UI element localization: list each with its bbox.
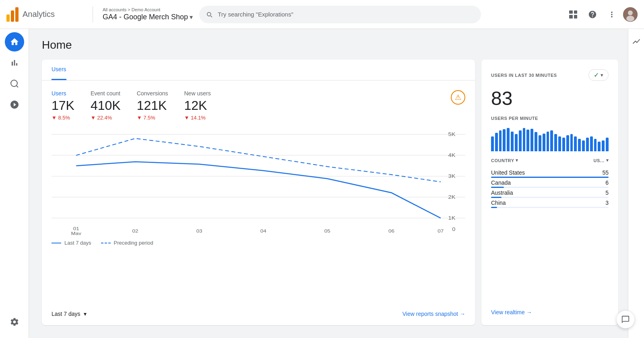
mini-bar (539, 135, 541, 151)
metric-new-users-value: 12K (184, 98, 211, 113)
svg-text:0: 0 (452, 227, 455, 232)
mini-bar (578, 139, 581, 151)
mini-bar (582, 140, 585, 151)
sidebar-item-explore[interactable] (5, 74, 24, 93)
country-row: Canada 6 (491, 179, 609, 188)
metric-conversions-value: 121K (137, 98, 168, 113)
country-bar-bg (491, 197, 609, 198)
realtime-count: 83 (491, 87, 609, 109)
svg-text:4K: 4K (448, 153, 456, 158)
header-divider (93, 6, 93, 23)
mini-bar (558, 136, 561, 151)
search-icon (206, 11, 213, 18)
help-button[interactable] (584, 6, 601, 23)
country-bar-fill (491, 177, 609, 178)
app-name: Analytics (23, 10, 55, 19)
card-body: Users 17K ▼ 8.5% Event count 410K ▼ 22.4… (42, 80, 475, 311)
tab-users[interactable]: Users (52, 60, 66, 80)
left-sidebar (0, 29, 29, 338)
more-options-button[interactable] (604, 6, 620, 23)
country-name: Australia (491, 190, 513, 196)
mini-bar (511, 132, 514, 151)
feedback-icon (621, 315, 630, 324)
home-icon (10, 37, 19, 47)
metric-users-change: ▼ 8.5% (52, 115, 74, 121)
realtime-title: USERS IN LAST 30 MINUTES (491, 73, 557, 78)
country-dropdown-arrow: ▾ (516, 158, 518, 163)
reports-icon (10, 58, 19, 68)
feedback-button[interactable] (617, 311, 634, 328)
more-icon (607, 10, 616, 19)
svg-text:03: 03 (196, 229, 202, 234)
avatar-image (623, 7, 638, 22)
right-panel (628, 29, 644, 338)
realtime-card: USERS IN LAST 30 MINUTES ✓ ▾ 83 USERS PE… (481, 60, 618, 325)
country-row: China 3 (491, 200, 609, 208)
account-name: GA4 - Google Merch Shop ▾ (103, 13, 193, 21)
metric-users[interactable]: Users 17K ▼ 8.5% (52, 90, 74, 121)
country-row-top: China 3 (491, 200, 609, 206)
search-placeholder: Try searching "Explorations" (218, 11, 293, 18)
country-list: United States 55 Canada 6 Australia 5 Ch… (491, 169, 609, 208)
svg-text:04: 04 (260, 229, 266, 234)
metric-new-users-label: New users (184, 90, 211, 97)
mini-bar (526, 130, 529, 151)
country-row: Australia 5 (491, 190, 609, 198)
country-name: Canada (491, 179, 511, 186)
country-bar-fill (491, 207, 497, 208)
search-bar[interactable]: Try searching "Explorations" (199, 6, 481, 23)
account-selector[interactable]: All accounts > Demo Account GA4 - Google… (103, 7, 193, 21)
country-bar-bg (491, 187, 609, 188)
mini-bar (495, 133, 498, 151)
svg-text:2K: 2K (448, 194, 456, 200)
apps-button[interactable] (565, 6, 581, 23)
card-footer: Last 7 days ▾ View reports snapshot → (42, 311, 475, 325)
account-path: All accounts > Demo Account (103, 7, 193, 12)
legend-preceding: Preceding period (101, 240, 153, 246)
grid-icon (569, 10, 577, 19)
chart-legend: Last 7 days Preceding period (52, 240, 465, 246)
metric-users-label: Users (52, 90, 74, 97)
warning-icon: ⚠ (451, 90, 465, 105)
avatar[interactable] (623, 7, 638, 22)
legend-solid-line (52, 243, 61, 243)
badge-dropdown-arrow: ▾ (601, 72, 603, 78)
date-range-label: Last 7 days (52, 311, 80, 317)
users-filter-button[interactable]: US... ▾ (594, 158, 609, 163)
mini-bar-chart (491, 127, 609, 151)
mini-bar (519, 130, 522, 151)
mini-bar (554, 134, 557, 151)
metric-events[interactable]: Event count 410K ▼ 22.4% (91, 90, 121, 121)
mini-bar (535, 132, 537, 151)
country-row-top: Canada 6 (491, 179, 609, 186)
country-count: 3 (605, 200, 609, 206)
mini-bar (503, 129, 506, 151)
date-range-button[interactable]: Last 7 days ▾ (52, 311, 87, 317)
legend-preceding-label: Preceding period (114, 240, 153, 246)
country-bar-bg (491, 177, 609, 178)
users-dropdown-arrow: ▾ (606, 158, 609, 163)
sidebar-item-advertising[interactable] (5, 95, 24, 114)
view-realtime-link[interactable]: View realtime → (491, 309, 609, 315)
main-chart-card: Users Users 17K ▼ 8.5% Event count 410K (42, 60, 475, 325)
insights-icon[interactable] (629, 34, 644, 51)
help-icon (588, 10, 597, 19)
svg-text:06: 06 (388, 229, 394, 234)
svg-text:3K: 3K (448, 173, 456, 179)
metric-new-users[interactable]: New users 12K ▼ 14.1% (184, 90, 211, 121)
sidebar-item-reports[interactable] (5, 53, 24, 72)
country-count: 55 (602, 169, 609, 176)
country-header: COUNTRY ▾ US... ▾ (491, 158, 609, 163)
mini-bar (543, 134, 545, 151)
country-count: 5 (605, 190, 609, 196)
svg-text:07: 07 (438, 229, 444, 234)
sidebar-item-home[interactable] (5, 32, 24, 52)
country-filter-button[interactable]: COUNTRY ▾ (491, 158, 518, 163)
metric-conversions[interactable]: Conversions 121K ▼ 7.5% (137, 90, 168, 121)
mini-bar (594, 139, 597, 151)
settings-button[interactable] (5, 312, 24, 332)
realtime-badge[interactable]: ✓ ▾ (588, 69, 609, 81)
legend-last7-label: Last 7 days (64, 240, 91, 246)
svg-text:05: 05 (324, 229, 330, 234)
view-reports-snapshot-link[interactable]: View reports snapshot → (402, 311, 465, 317)
